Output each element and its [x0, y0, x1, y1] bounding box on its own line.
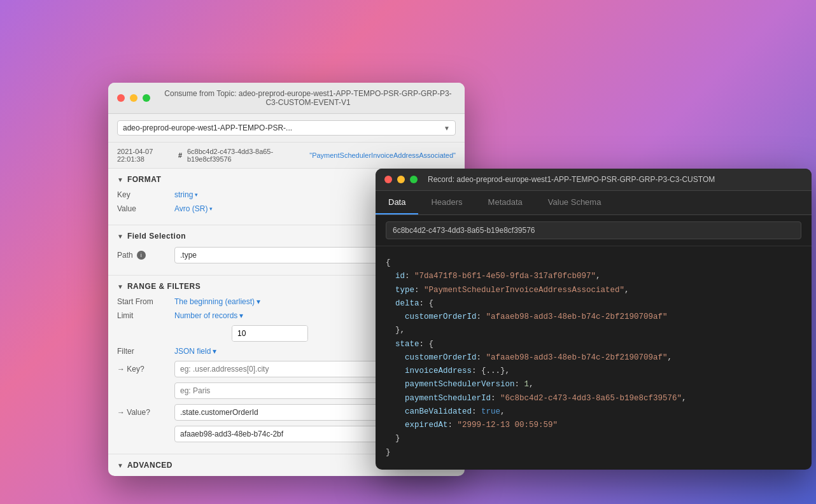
- topic-value: adeo-preprod-europe-west1-APP-TEMPO-PSR-…: [123, 123, 292, 132]
- key-value-dropdown[interactable]: string ▾: [174, 190, 198, 199]
- value-chevron-icon: ▾: [209, 206, 213, 212]
- close-button[interactable]: [117, 94, 125, 102]
- left-titlebar: Consume from Topic: adeo-preprod-europe-…: [108, 83, 465, 114]
- minimize-button[interactable]: [130, 94, 137, 102]
- right-fullscreen-button[interactable]: [410, 176, 418, 183]
- filter-type-dropdown[interactable]: JSON field ▾: [174, 347, 216, 356]
- message-bar: 2021-04-07 22:01:38 # 6c8bc4d2-c473-4dd3…: [108, 143, 465, 169]
- canbevalidated-val: true: [481, 407, 500, 416]
- field-selection-collapse-icon[interactable]: ▼: [117, 233, 123, 240]
- limit-type-value: Number of records: [174, 311, 237, 320]
- field-selection-title: Field Selection: [127, 232, 186, 241]
- start-from-label: Start From: [117, 297, 168, 306]
- paymentschedulerversion-key: paymentSchedulerVersion: [405, 380, 515, 389]
- state-key: state: [395, 340, 419, 349]
- canbevalidated-key: canBeValidated: [405, 407, 472, 416]
- record-id-bar: [376, 215, 812, 246]
- value-value: Avro (SR): [174, 204, 208, 213]
- number-input-container: ▲ ▼: [232, 325, 308, 342]
- start-from-value: The beginning (earliest): [174, 297, 255, 306]
- expiredat-val: "2999-12-13 00:59:59": [458, 421, 558, 430]
- value-label: Value: [117, 204, 168, 213]
- message-id: 6c8bc4d2-c473-4dd3-8a65-b19e8cf39576: [187, 148, 299, 163]
- tab-data[interactable]: Data: [376, 191, 418, 214]
- value-value-dropdown[interactable]: Avro (SR) ▾: [174, 204, 213, 213]
- key-value: string: [174, 190, 193, 199]
- message-timestamp: 2021-04-07 22:01:38: [117, 148, 173, 163]
- delta-key: delta: [395, 299, 419, 308]
- customerorderid-delta-key: customerOrderId: [405, 312, 477, 321]
- path-label: Path: [117, 251, 133, 260]
- value-filter-label: → Value?: [117, 408, 168, 417]
- topic-selector[interactable]: adeo-preprod-europe-west1-APP-TEMPO-PSR-…: [117, 120, 456, 136]
- key-label: Key: [117, 190, 168, 199]
- filter-label: Filter: [117, 347, 168, 356]
- start-from-chevron-icon: ▾: [257, 297, 260, 306]
- paymentschedulerid-key: paymentSchedulerId: [405, 394, 491, 403]
- right-titlebar: Record: adeo-preprod-europe-west1-APP-TE…: [376, 169, 812, 191]
- path-info-icon[interactable]: i: [137, 251, 146, 260]
- right-window: Record: adeo-preprod-europe-west1-APP-TE…: [376, 169, 812, 470]
- right-window-title: Record: adeo-preprod-europe-west1-APP-TE…: [428, 175, 715, 184]
- tab-value-schema[interactable]: Value Schema: [535, 191, 614, 214]
- json-open-brace: {: [386, 258, 391, 267]
- advanced-collapse-icon[interactable]: ▼: [117, 462, 123, 469]
- record-id-input[interactable]: [386, 221, 801, 239]
- topic-row: adeo-preprod-europe-west1-APP-TEMPO-PSR-…: [108, 114, 465, 143]
- key-filter-label: → Key?: [117, 365, 168, 374]
- fullscreen-button[interactable]: [143, 94, 150, 102]
- filter-type-value: JSON field: [174, 347, 211, 356]
- format-title: FORMAT: [127, 175, 161, 184]
- advanced-title: ADVANCED: [127, 461, 172, 470]
- key-chevron-icon: ▾: [195, 192, 198, 198]
- tab-metadata[interactable]: Metadata: [475, 191, 535, 214]
- limit-type-chevron-icon: ▾: [239, 311, 243, 320]
- invoiceaddress-key: invoiceAddress: [405, 367, 472, 375]
- filter-chevron-icon: ▾: [213, 347, 216, 356]
- tab-headers[interactable]: Headers: [418, 191, 475, 214]
- range-filters-collapse-icon[interactable]: ▼: [117, 283, 123, 290]
- expiredat-key: expiredAt: [405, 421, 448, 430]
- window-title: Consume from Topic: adeo-preprod-europe-…: [160, 89, 456, 107]
- range-filters-title: RANGE & FILTERS: [127, 282, 200, 291]
- format-collapse-icon[interactable]: ▼: [117, 176, 123, 183]
- message-type: "PaymentSchedulerInvoiceAddressAssociate…: [309, 151, 456, 159]
- json-close-brace: }: [386, 448, 391, 457]
- id-val: "7da471f8-b6f1-4e50-9fda-317af0fcb097": [414, 272, 596, 281]
- invoiceaddress-val: {...}: [481, 367, 505, 375]
- paymentschedulerversion-val: 1: [524, 380, 530, 389]
- customerorderid-state-key: customerOrderId: [405, 353, 477, 362]
- right-minimize-button[interactable]: [397, 176, 405, 183]
- type-key: type: [395, 286, 414, 295]
- customerorderid-state-val: "afaaeb98-add3-48eb-b74c-2bf2190709af": [486, 353, 668, 362]
- tabs-row: Data Headers Metadata Value Schema: [376, 191, 812, 215]
- customerorderid-delta-val: "afaaeb98-add3-48eb-b74c-2bf2190709af": [486, 312, 668, 321]
- limit-label: Limit: [117, 311, 168, 320]
- json-content: { id: "7da471f8-b6f1-4e50-9fda-317af0fcb…: [376, 246, 812, 470]
- paymentschedulerid-val: "6c8bc4d2-c473-4dd3-8a65-b19e8cf39576": [500, 394, 682, 403]
- type-val: "PaymentSchedulerInvoiceAddressAssociate…: [424, 286, 624, 295]
- limit-type-dropdown[interactable]: Number of records ▾: [174, 311, 243, 320]
- limit-number-input[interactable]: [232, 326, 308, 341]
- right-close-button[interactable]: [384, 176, 392, 183]
- id-key: id: [395, 272, 405, 281]
- message-hash-icon: #: [178, 151, 182, 159]
- start-from-dropdown[interactable]: The beginning (earliest) ▾: [174, 297, 260, 306]
- chevron-down-icon: ▼: [444, 125, 450, 132]
